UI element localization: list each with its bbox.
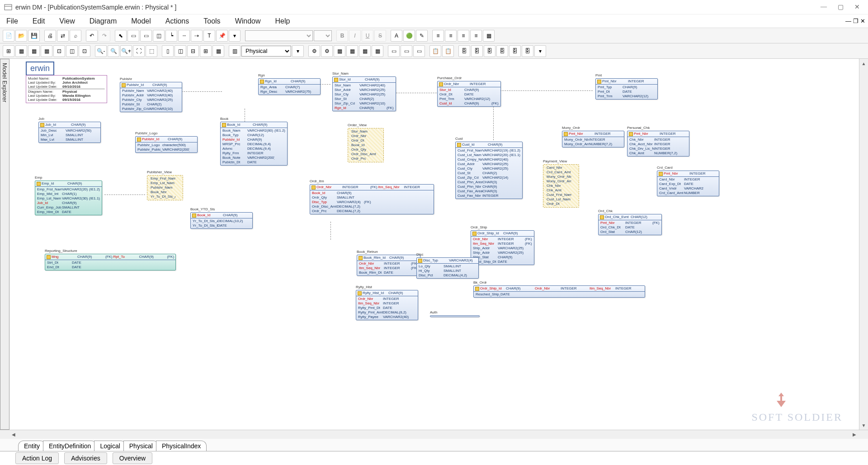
gear2-icon[interactable]: ⚙ xyxy=(321,45,333,57)
entity-job[interactable]: JobJob_IdCHAR(9)Job_DescVARCHAR2(50)Min_… xyxy=(38,117,101,143)
rel-many-icon[interactable]: ⇢ xyxy=(191,30,203,42)
menu-diagram[interactable]: Diagram xyxy=(88,15,118,27)
grid-icon[interactable]: ⊞ xyxy=(3,45,14,57)
strike-icon[interactable]: S xyxy=(374,30,386,42)
mart3-icon[interactable]: 🗄 xyxy=(484,45,495,57)
new-icon[interactable]: 📄 xyxy=(3,30,14,42)
fillcolor-icon[interactable]: 🟢 xyxy=(403,30,415,42)
diagram-tab-logical[interactable]: Logical xyxy=(94,441,126,451)
dropdown-icon[interactable]: ▾ xyxy=(229,30,241,42)
panel-tab-action-log[interactable]: Action Log xyxy=(15,452,59,464)
view-select[interactable]: Physical xyxy=(241,46,291,57)
text-icon[interactable]: T xyxy=(203,30,215,42)
win2-icon[interactable]: ◫ xyxy=(175,45,186,57)
bold-icon[interactable]: B xyxy=(336,30,348,42)
italic-icon[interactable]: I xyxy=(349,30,361,42)
diagram-tab-entitydefinition[interactable]: EntityDefinition xyxy=(43,441,97,451)
entity-publshr[interactable]: PublshrPublshr_IdCHAR(9)Publshr_NamVARCH… xyxy=(120,77,182,112)
tb3-icon[interactable]: ▦ xyxy=(28,45,40,57)
mart1-icon[interactable]: 🗄 xyxy=(458,45,470,57)
fe4-icon[interactable]: ▦ xyxy=(372,45,383,57)
mart4-icon[interactable]: 🗄 xyxy=(496,45,508,57)
view-icon[interactable]: ▭ xyxy=(140,30,152,42)
mdi-minimize-icon[interactable]: — xyxy=(845,18,851,24)
mdi-restore-icon[interactable]: ❐ xyxy=(853,18,859,24)
scroll-down-icon[interactable]: ▼ xyxy=(859,421,868,430)
mdi-close-icon[interactable]: ✕ xyxy=(860,18,865,24)
entity-rpt[interactable]: Reporting_StructureMngCHAR(9)(FK)Rpt_ToC… xyxy=(45,249,176,270)
align-just-icon[interactable]: ≡ xyxy=(470,30,482,42)
entity-ordrship[interactable]: Ordr_ShipOrdr_Ship_IdCHAR(9)Ordr_NbrINTE… xyxy=(471,225,534,265)
tb7-icon[interactable]: ⊡ xyxy=(79,45,90,57)
font-select[interactable] xyxy=(245,30,313,41)
menu-edit[interactable]: Edit xyxy=(31,15,47,27)
diagram-tab-physicalindex[interactable]: PhysicalIndex xyxy=(156,441,207,451)
horizontal-scrollbar[interactable]: ◀ ▶ xyxy=(0,430,868,439)
pointer-icon[interactable]: ⬉ xyxy=(115,30,127,42)
zoom-in-icon[interactable]: 🔍+ xyxy=(120,45,132,57)
zoom-normal-icon[interactable]: 🔍 xyxy=(108,45,119,57)
mart6-icon[interactable]: 🗄 xyxy=(522,45,533,57)
entity-bookrtrn[interactable]: Book_RetrunBook_Rtrn_IdCHAR(9)Ordr_NbrIN… xyxy=(357,250,420,276)
win5-icon[interactable]: ▦ xyxy=(212,45,224,57)
view-icon2[interactable]: ◫ xyxy=(153,30,165,42)
menu-window[interactable]: Window xyxy=(233,15,263,27)
layout-icon[interactable]: ▥ xyxy=(229,45,241,57)
menu-help[interactable]: Help xyxy=(274,15,292,27)
fontcolor-icon[interactable]: A xyxy=(391,30,402,42)
scroll-right-icon[interactable]: ▶ xyxy=(850,430,859,439)
entity-auth[interactable]: Auth xyxy=(430,310,480,317)
rel-id-icon[interactable]: ┕ xyxy=(165,30,177,42)
entity-purchase[interactable]: Purchase_OrdrOrdr_NbrINTEGERStor_IdCHAR(… xyxy=(437,76,501,107)
align-left-icon[interactable]: ≡ xyxy=(432,30,444,42)
tb6-icon[interactable]: ◫ xyxy=(66,45,78,57)
entity-ordchk[interactable]: Ord_ChkOrd_Chk_EvntCHAR(12)Pmt_NbrINTEGE… xyxy=(598,209,662,235)
diagram-canvas[interactable]: erwin Model Name:PublicationSystemLast U… xyxy=(9,59,859,430)
db2-icon[interactable]: ▭ xyxy=(401,45,412,57)
zoom-area-icon[interactable]: ⬚ xyxy=(146,45,157,57)
tb4-icon[interactable]: ▦ xyxy=(41,45,52,57)
scroll-left-icon[interactable]: ◀ xyxy=(9,430,18,439)
tb5-icon[interactable]: ⊡ xyxy=(53,45,65,57)
win3-icon[interactable]: ⊟ xyxy=(187,45,199,57)
entity-disc[interactable]: DiscDisc_TypVARCHAR2(4)Lo_QtySMALLINTHi_… xyxy=(416,252,479,279)
rel-nonid-icon[interactable]: ┄ xyxy=(178,30,190,42)
align-center-icon[interactable]: ≡ xyxy=(445,30,457,42)
entity-icon[interactable]: ▭ xyxy=(127,30,139,42)
entity-crdcard[interactable]: Crd_CardPmt_NbrINTEGERCard_NbrINTEGERCar… xyxy=(657,166,719,196)
print-icon[interactable]: 🖨 xyxy=(44,30,56,42)
tb2-icon[interactable]: ▦ xyxy=(15,45,27,57)
diagram-tab-entity[interactable]: Entity xyxy=(18,441,46,451)
vdrop-icon[interactable]: ▾ xyxy=(292,45,304,57)
open-icon[interactable]: 📂 xyxy=(15,30,27,42)
entity-book[interactable]: BookBook_IdCHAR(9)Book_NamVARCHAR2(80)(I… xyxy=(220,117,288,166)
entity-personal[interactable]: Personal_ChkPmt_NbrINTEGERChk_NbrINTEGER… xyxy=(627,126,689,157)
size-select[interactable] xyxy=(314,30,332,41)
diagram-tab-physical[interactable]: Physical xyxy=(123,441,159,451)
panel-tab-advisories[interactable]: Advisories xyxy=(64,452,107,464)
minimize-button[interactable]: — xyxy=(821,3,827,11)
entity-money[interactable]: Mony_OrdrPmt_NbrINTEGERMony_Ordr_NbrINTE… xyxy=(562,126,624,147)
fe3-icon[interactable]: ▦ xyxy=(359,45,371,57)
model-explorer-tab[interactable]: Model Explorer xyxy=(0,59,9,430)
entity-cust[interactable]: CustCust_IdCHAR(9)Cust_Frst_NamVARCHAR2(… xyxy=(455,137,523,199)
vertical-scrollbar[interactable]: ▲ ▼ xyxy=(859,59,868,430)
entity-pmtview[interactable]: Payment_ViewCard_NbrCrd_Card_AmtMony_Ord… xyxy=(543,159,579,208)
close-button[interactable]: ✕ xyxy=(854,3,860,11)
mart7-icon[interactable]: ▾ xyxy=(534,45,546,57)
entity-bkordr[interactable]: Bk_OrdrOrdr_Ship_IdCHAR(9)Ordr_NbrINTEGE… xyxy=(473,280,645,298)
menu-view[interactable]: View xyxy=(57,15,76,27)
db1-icon[interactable]: ▭ xyxy=(388,45,400,57)
linecolor-icon[interactable]: ✎ xyxy=(416,30,428,42)
db3-icon[interactable]: ▭ xyxy=(413,45,425,57)
entity-bookytd[interactable]: Book_YTD_SlsBook_IdCHAR(9)Yr_To_Dt_Sls_A… xyxy=(190,207,253,229)
zoom-out-icon[interactable]: 🔍- xyxy=(95,45,107,57)
entity-orderview[interactable]: Order_ViewStor_NamOrdr_NbrOrdr_DtBook_Id… xyxy=(348,123,384,162)
fe2-icon[interactable]: ▦ xyxy=(346,45,358,57)
entity-pubview[interactable]: Publisher_ViewEmp_Frst_NamEmp_Lst_NamPub… xyxy=(147,170,183,200)
cp1-icon[interactable]: 📋 xyxy=(429,45,441,57)
entity-ordritm[interactable]: Ordr_ItmOrdr_NbrINTEGER(FK)Itm_Seq_NbrIN… xyxy=(310,179,434,214)
zoom-fit-icon[interactable]: ⛶ xyxy=(133,45,145,57)
menu-tools[interactable]: Tools xyxy=(202,15,222,27)
menu-file[interactable]: File xyxy=(5,15,20,27)
